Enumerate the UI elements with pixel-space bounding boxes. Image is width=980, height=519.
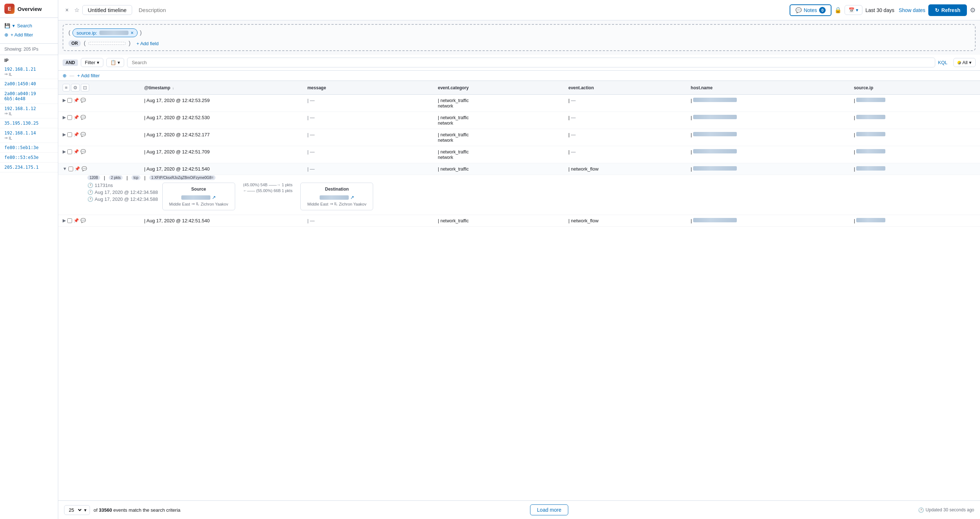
row-actions-cell: ▼ 📌 💬 — [58, 163, 140, 175]
page-size-dropdown[interactable]: 10 25 50 100 — [67, 507, 83, 513]
empty-filter-chip[interactable] — [89, 42, 126, 45]
add-filter-link[interactable]: + Add filter — [77, 73, 100, 78]
comment-icon[interactable]: 💬 — [80, 218, 86, 223]
hostname-blurred — [693, 132, 737, 136]
search-input-wrap — [127, 57, 935, 67]
row-checkbox[interactable] — [67, 132, 72, 137]
row-checkbox[interactable] — [67, 98, 72, 103]
source-ip-blurred — [181, 195, 210, 200]
comment-icon[interactable]: 💬 — [80, 115, 86, 120]
all-dropdown[interactable]: All ▾ — [953, 58, 976, 67]
pin-icon[interactable]: 📌 — [73, 218, 79, 223]
sidebar-ip-item[interactable]: 192.168.1.14⇒ IL — [0, 128, 58, 143]
topbar: × ☆ Untitled timeline 💬 Notes 0 🔒 📅 ▾ La… — [58, 0, 980, 21]
clock-icon-detail2: 🕐 — [88, 190, 93, 195]
row-expand-button[interactable]: ▶ — [63, 149, 66, 154]
description-input[interactable] — [135, 5, 787, 14]
pin-icon[interactable]: 📌 — [73, 98, 79, 103]
sidebar-ip-item[interactable]: 2a00:a040:196b5:4e48 — [0, 89, 58, 104]
sourceip-blurred — [856, 149, 885, 153]
columns-icon-button[interactable]: ⊡ — [81, 84, 89, 91]
row-expand-button[interactable]: ▶ — [63, 132, 66, 137]
row-expand-button[interactable]: ▼ — [63, 166, 67, 171]
hostname-blurred — [693, 218, 737, 222]
sourceip-blurred — [856, 166, 885, 171]
star-icon[interactable]: ☆ — [74, 6, 80, 13]
updated-info: 🕐 Updated 30 seconds ago — [918, 507, 974, 513]
chat-icon: 💬 — [795, 7, 802, 13]
sidebar-add-filter[interactable]: ⊕ + Add filter — [4, 30, 54, 40]
ip-address: 2a00:a040:196b5:4e48 — [4, 91, 54, 101]
sidebar-ip-item[interactable]: 192.168.1.21⇒ IL — [0, 64, 58, 79]
th-event-action: event.action — [564, 81, 686, 95]
sidebar-ip-header: IP — [0, 55, 58, 64]
pin-icon[interactable]: 📌 — [73, 149, 79, 154]
kql-button[interactable]: KQL — [938, 60, 948, 65]
sidebar-ip-item[interactable]: 205.234.175.1 — [0, 163, 58, 172]
timestamp-cell: | Aug 17, 2020 @ 12:42:51.540 — [140, 215, 303, 227]
row-checkbox[interactable] — [67, 218, 72, 223]
timeline-title[interactable]: Untitled timeline — [82, 5, 132, 15]
logo-icon: E — [4, 4, 14, 14]
row-checkbox[interactable] — [67, 115, 72, 120]
sidebar-search-dropdown[interactable]: 💾 ▾ Search — [4, 21, 54, 30]
message-cell: | — — [303, 95, 434, 112]
or-badge: OR — [68, 40, 81, 47]
event-category-cell: | network_trafficnetwork — [434, 112, 564, 129]
chevron-down-icon-2: ▾ — [118, 60, 120, 65]
external-link-icon-dest[interactable]: ↗ — [350, 195, 354, 200]
message-cell: | — — [303, 129, 434, 146]
comment-icon[interactable]: 💬 — [80, 98, 86, 103]
pin-icon[interactable]: 📌 — [73, 115, 79, 120]
event-action-cell: | network_flow — [564, 215, 686, 227]
rows-icon-button[interactable]: ≡ — [63, 84, 70, 91]
row-expand-button[interactable]: ▶ — [63, 98, 66, 103]
host-name-cell: | — [686, 163, 849, 175]
notes-button[interactable]: 💬 Notes 0 — [790, 4, 832, 16]
notes-count: 0 — [819, 7, 826, 13]
open-paren: ( — [68, 30, 70, 36]
external-link-icon[interactable]: ↗ — [212, 195, 216, 200]
show-dates-button[interactable]: Show dates — [899, 7, 925, 13]
field-icon-button[interactable]: 📋 ▾ — [106, 58, 124, 67]
row-checkbox[interactable] — [68, 166, 73, 171]
pin-icon[interactable]: 📌 — [75, 166, 80, 171]
settings-icon-button[interactable]: ⚙ — [71, 84, 80, 91]
calendar-button[interactable]: 📅 ▾ — [845, 5, 862, 15]
close-button[interactable]: × — [63, 6, 72, 14]
th-actions: ≡ ⚙ ⊡ — [58, 81, 140, 95]
row-expand-button[interactable]: ▶ — [63, 115, 66, 120]
table-body: ▶ 📌 💬 | Aug 17, 2020 @ 12:42:53.259 | — … — [58, 95, 980, 227]
pin-icon[interactable]: 📌 — [73, 132, 79, 137]
page-size-select[interactable]: 10 25 50 100 ▾ — [64, 505, 90, 515]
network-tags: 120B | 2 pkts | tcp | 1:XFtP/CksxRJoZqZB… — [88, 175, 976, 180]
ip-address: fe80::5eb1:3e — [4, 145, 54, 150]
sort-icon[interactable]: ↓ — [172, 86, 174, 90]
load-more-button[interactable]: Load more — [530, 505, 568, 515]
refresh-button[interactable]: ↻ Refresh — [928, 4, 967, 16]
lock-icon[interactable]: 🔒 — [834, 6, 842, 13]
comment-icon[interactable]: 💬 — [81, 166, 87, 171]
chip-close-icon[interactable]: × — [131, 30, 134, 36]
host-name-cell: | — [686, 146, 849, 163]
row-expand-button[interactable]: ▶ — [63, 218, 66, 223]
search-toolbar: AND Filter ▾ 📋 ▾ KQL All ▾ — [58, 55, 980, 71]
row-checkbox[interactable] — [67, 149, 72, 154]
event-action-cell: | — — [564, 95, 686, 112]
comment-icon[interactable]: 💬 — [80, 149, 86, 154]
comment-icon[interactable]: 💬 — [80, 132, 86, 137]
sidebar-ip-item[interactable]: fe80::5eb1:3e — [0, 143, 58, 153]
sidebar-ip-item[interactable]: 192.168.1.12⇒ IL — [0, 104, 58, 118]
hostname-blurred — [693, 166, 737, 171]
settings-icon[interactable]: ⚙ — [970, 6, 976, 14]
detail-cell: 120B | 2 pkts | tcp | 1:XFtP/CksxRJoZqZB… — [58, 175, 980, 215]
sidebar-ip-item[interactable]: 35.195.130.25 — [0, 118, 58, 128]
filter-button[interactable]: Filter ▾ — [81, 58, 103, 67]
sidebar-ip-item[interactable]: 2a00:1450:40 — [0, 79, 58, 89]
th-event-category: event.category — [434, 81, 564, 95]
source-ip-filter-chip[interactable]: source.ip: × — [72, 29, 138, 37]
save-search-icon: 💾 — [4, 23, 10, 29]
sidebar-ip-item[interactable]: fe80::53:e53e — [0, 153, 58, 163]
add-field-button[interactable]: + Add field — [137, 41, 159, 46]
search-input[interactable] — [132, 60, 931, 65]
